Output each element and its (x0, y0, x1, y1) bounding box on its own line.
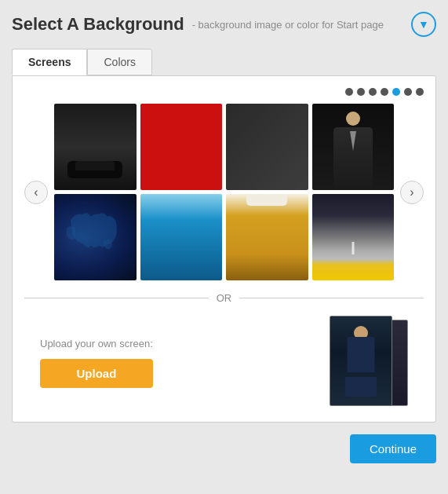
page-subtitle: - background image or color for Start pa… (192, 19, 384, 31)
thumbnail-road[interactable] (312, 194, 395, 280)
preview-front (330, 316, 392, 406)
dot-1[interactable] (345, 88, 353, 96)
gallery-wrapper: ‹ (24, 104, 424, 280)
dot-7[interactable] (416, 88, 424, 96)
upload-left: Upload your own screen: Upload (40, 338, 153, 388)
dot-2[interactable] (357, 88, 365, 96)
tab-colors[interactable]: Colors (87, 49, 151, 75)
image-grid (54, 104, 394, 280)
or-text: OR (217, 292, 232, 304)
upload-label: Upload your own screen: (40, 338, 153, 349)
next-button[interactable]: › (400, 181, 424, 204)
upload-button[interactable]: Upload (40, 359, 153, 388)
thumbnail-dark-gray[interactable] (226, 104, 308, 190)
thumbnail-beer[interactable] (226, 194, 308, 280)
or-divider: OR (24, 292, 424, 304)
upload-section: Upload your own screen: Upload (24, 316, 424, 410)
prev-button[interactable]: ‹ (24, 181, 48, 204)
continue-btn-wrapper: Continue (12, 434, 436, 463)
continue-button[interactable]: Continue (350, 434, 436, 463)
or-line-right (239, 298, 424, 298)
dot-3[interactable] (369, 88, 377, 96)
thumbnail-suit-man[interactable] (312, 104, 395, 190)
thumbnail-car[interactable] (54, 104, 137, 190)
thumbnail-red[interactable] (140, 104, 223, 190)
header: Select A Background - background image o… (12, 12, 436, 37)
dot-4[interactable] (381, 88, 388, 96)
dot-6[interactable] (404, 88, 412, 96)
main-panel: ‹ (12, 75, 436, 423)
thumbnail-world-map[interactable] (54, 194, 137, 280)
tab-screens[interactable]: Screens (12, 49, 87, 75)
tabs-container: Screens Colors (12, 49, 436, 75)
thumbnail-blue-gradient[interactable] (140, 194, 223, 280)
dot-5-active[interactable] (392, 88, 400, 96)
dropdown-icon[interactable]: ▼ (411, 12, 436, 37)
preview-stack (330, 316, 408, 410)
pagination (24, 88, 424, 96)
page-title: Select A Background (12, 14, 184, 35)
or-line-left (24, 298, 209, 298)
page-wrapper: Select A Background - background image o… (0, 0, 448, 494)
